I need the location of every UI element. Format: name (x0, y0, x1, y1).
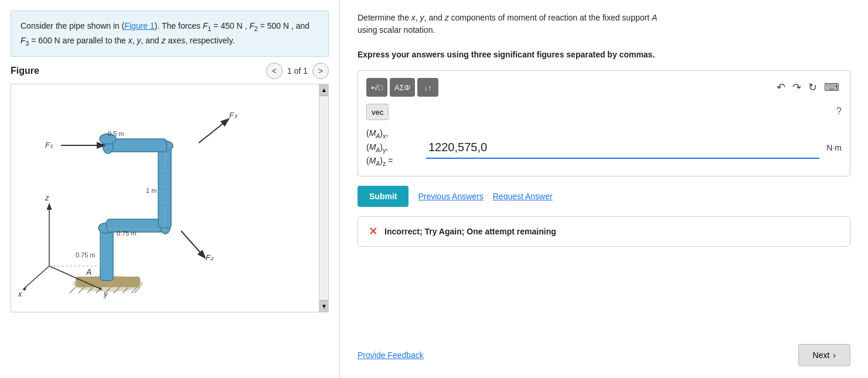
refresh-icon: ↻ (808, 81, 817, 94)
undo-button[interactable]: ↶ (774, 79, 788, 96)
svg-rect-12 (100, 228, 113, 281)
figure-nav: < 1 of 1 > (266, 63, 329, 79)
svg-line-27 (23, 266, 49, 290)
keyboard-icon: ⌨ (824, 81, 839, 94)
problem-text-before: Consider the pipe shown in ( (21, 21, 124, 30)
svg-line-39 (181, 231, 205, 257)
vec-button[interactable]: vec (366, 104, 389, 120)
next-label: Next (813, 350, 830, 360)
vec-label: vec (372, 108, 383, 117)
arrows-button[interactable]: ↓↑ (417, 78, 438, 97)
figure-svg: A (17, 90, 310, 307)
figure-scroll-container: A (11, 84, 329, 312)
next-chevron-icon: › (833, 350, 836, 360)
unit-label: N·m (826, 143, 842, 152)
greek-icon: AΣΦ (394, 83, 410, 92)
arrows-icon: ↓↑ (424, 83, 432, 92)
svg-text:A: A (86, 267, 91, 277)
refresh-button[interactable]: ↻ (806, 79, 819, 96)
question-line1: Determine the x, y, and z components of … (358, 13, 657, 22)
next-button[interactable]: Next › (798, 344, 850, 366)
figure-scrollbar[interactable]: ▲ ▼ (319, 84, 328, 312)
question-instruction: Express your answers using three signifi… (358, 50, 655, 59)
svg-line-2 (70, 287, 76, 293)
redo-icon: ↷ (792, 81, 801, 94)
svg-rect-18 (158, 146, 171, 228)
problem-statement: Consider the pipe shown in (Figure 1). T… (11, 11, 329, 57)
greek-button[interactable]: AΣΦ (390, 78, 415, 97)
scroll-down-button[interactable]: ▼ (319, 300, 329, 312)
svg-line-41 (199, 120, 228, 143)
figure-header: Figure < 1 of 1 > (11, 63, 329, 79)
toolbar-row1: ▪√□ AΣΦ ↓↑ ↶ ↷ ↻ ⌨ (366, 78, 842, 97)
input-row: (MA)x, (MA)y, (MA)z = N·m (366, 127, 842, 169)
redo-button[interactable]: ↷ (790, 79, 804, 96)
figure-title: Figure (11, 66, 39, 76)
answer-box: ▪√□ AΣΦ ↓↑ ↶ ↷ ↻ ⌨ ve (358, 70, 850, 176)
incorrect-message: Incorrect; Try Again; One attempt remain… (384, 227, 556, 236)
undo-icon: ↶ (777, 81, 785, 94)
svg-text:1 m: 1 m (146, 187, 156, 194)
svg-rect-21 (108, 139, 166, 152)
figure-prev-button[interactable]: < (266, 63, 282, 79)
action-row: Submit Previous Answers Request Answer (358, 186, 850, 207)
figure-next-button[interactable]: > (312, 63, 329, 79)
request-answer-button[interactable]: Request Answer (493, 192, 553, 201)
svg-text:z: z (45, 193, 49, 202)
figure-content: A (11, 84, 319, 312)
left-panel: Consider the pipe shown in (Figure 1). T… (0, 0, 340, 378)
bottom-bar: Provide Feedback Next › (358, 344, 850, 366)
svg-text:0.75 m: 0.75 m (76, 251, 96, 258)
help-button[interactable]: ? (836, 106, 842, 117)
figure-link[interactable]: Figure 1 (124, 21, 154, 30)
question-text: Determine the x, y, and z components of … (358, 12, 850, 61)
input-label: (MA)x, (MA)y, (MA)z = (366, 127, 419, 169)
figure-counter: 1 of 1 (287, 66, 308, 76)
submit-button[interactable]: Submit (358, 186, 409, 207)
formula-button[interactable]: ▪√□ (366, 78, 387, 97)
svg-text:F₂: F₂ (206, 253, 214, 262)
question-line2: using scalar notation. (358, 25, 435, 35)
svg-text:F₁: F₁ (45, 141, 53, 149)
answer-input[interactable] (426, 137, 819, 159)
svg-text:0.5 m: 0.5 m (108, 130, 124, 137)
incorrect-box: ✕ Incorrect; Try Again; One attempt rema… (358, 216, 850, 247)
keyboard-button[interactable]: ⌨ (822, 79, 842, 96)
x-icon: ✕ (369, 225, 377, 238)
scroll-up-button[interactable]: ▲ (319, 84, 329, 96)
formula-icon: ▪√□ (371, 83, 383, 92)
svg-text:0.75 m: 0.75 m (117, 230, 137, 237)
svg-text:F₃: F₃ (229, 111, 237, 120)
svg-text:x: x (18, 290, 22, 298)
figure-section: Figure < 1 of 1 > (0, 63, 339, 312)
feedback-link[interactable]: Provide Feedback (358, 350, 424, 360)
right-panel: Determine the x, y, and z components of … (340, 0, 868, 378)
previous-answers-button[interactable]: Previous Answers (418, 192, 483, 201)
